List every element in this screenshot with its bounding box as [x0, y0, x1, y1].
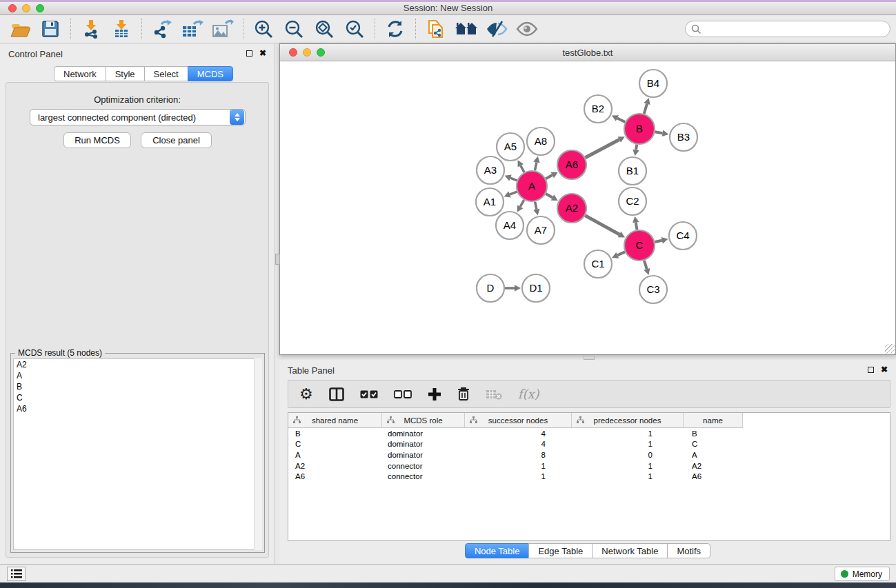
hide-toggle-icon[interactable] [485, 18, 508, 40]
edge-A-A4[interactable] [520, 200, 524, 207]
table-cell[interactable]: A [684, 451, 743, 459]
mcds-list-scrollbar[interactable] [254, 358, 262, 550]
mcds-result-item[interactable]: B [14, 381, 261, 392]
column-header-MCDS-role[interactable]: MCDS role [382, 413, 465, 428]
column-header-shared-name[interactable]: shared name [288, 413, 382, 428]
open-session-icon[interactable] [8, 18, 32, 40]
edge-A-A8[interactable] [535, 162, 537, 170]
tab-edge-table[interactable]: Edge Table [528, 543, 593, 558]
tab-style[interactable]: Style [106, 66, 145, 81]
home-views-icon[interactable] [455, 18, 478, 40]
edge-A6-B[interactable] [585, 139, 619, 157]
table-cell[interactable]: A6 [288, 472, 382, 480]
edge-B-B3[interactable] [655, 132, 663, 133]
table-cell[interactable]: A2 [288, 462, 382, 470]
edge-B-B2[interactable] [617, 118, 625, 122]
table-cell[interactable]: 8 [465, 451, 572, 459]
function-builder-icon[interactable]: f(x) [518, 387, 539, 401]
edge-B-B1[interactable] [636, 145, 637, 150]
table-cell[interactable]: B [684, 429, 743, 438]
table-cell[interactable]: 1 [572, 472, 684, 480]
run-mcds-button[interactable]: Run MCDS [63, 132, 131, 148]
edge-C-C4[interactable] [655, 241, 661, 242]
zoom-in-icon[interactable] [252, 18, 275, 40]
mcds-result-item[interactable]: A6 [14, 403, 261, 414]
tab-node-table[interactable]: Node Table [465, 543, 530, 558]
table-settings-icon[interactable]: ⚙ [299, 387, 313, 401]
table-cell[interactable]: C [684, 440, 743, 448]
float-panel-icon[interactable] [246, 50, 252, 57]
column-header-successor-nodes[interactable]: successor nodes [465, 413, 572, 428]
select-all-columns-icon[interactable] [360, 390, 378, 398]
tab-network[interactable]: Network [54, 66, 106, 81]
mcds-result-item[interactable]: C [14, 392, 261, 403]
save-session-icon[interactable] [39, 18, 62, 40]
table-cell[interactable]: 1 [465, 462, 572, 470]
table-row[interactable]: A6connector11A6 [288, 471, 890, 482]
criterion-select[interactable]: largest connected component (directed) [30, 109, 246, 125]
table-cell[interactable]: dominator [382, 451, 465, 459]
table-cell[interactable]: dominator [382, 440, 465, 448]
edge-A-A1[interactable] [510, 192, 517, 194]
close-panel-button[interactable]: Close panel [141, 132, 212, 148]
split-view-icon[interactable] [329, 387, 344, 401]
task-history-button[interactable] [7, 567, 26, 581]
close-panel-icon[interactable]: ✖ [259, 50, 266, 57]
table-cell[interactable]: A2 [684, 462, 743, 470]
edge-C-C1[interactable] [617, 252, 625, 255]
edge-A-A2[interactable] [546, 194, 552, 197]
table-row[interactable]: Bdominator41B [288, 428, 890, 439]
table-row[interactable]: A2connector11A2 [288, 460, 890, 472]
tab-mcds[interactable]: MCDS [188, 66, 233, 81]
edge-A-A5[interactable] [521, 165, 524, 172]
table-cell[interactable]: A6 [684, 472, 743, 480]
export-image-icon[interactable] [211, 18, 235, 40]
mcds-result-item[interactable]: A2 [14, 359, 261, 370]
mcds-result-list[interactable]: A2ABCA6 [13, 358, 262, 550]
table-cell[interactable]: connector [382, 462, 465, 470]
export-network-icon[interactable] [150, 18, 174, 40]
resize-grip[interactable] [885, 344, 895, 354]
table-close-panel-icon[interactable]: ✖ [881, 366, 888, 373]
edge-C-C3[interactable] [644, 261, 647, 269]
table-cell[interactable]: 1 [465, 472, 572, 480]
import-network-icon[interactable] [79, 18, 103, 40]
table-cell[interactable]: dominator [382, 429, 465, 438]
node-table[interactable]: shared nameMCDS rolesuccessor nodesprede… [288, 412, 890, 541]
table-cell[interactable]: C [288, 440, 382, 448]
add-column-icon[interactable] [428, 387, 441, 401]
edge-A-A7[interactable] [535, 202, 537, 210]
table-cell[interactable]: A [288, 451, 382, 459]
table-cell[interactable]: B [288, 429, 382, 438]
edge-B-B4[interactable] [644, 104, 647, 114]
delete-columns-icon[interactable] [457, 387, 470, 401]
table-row[interactable]: Adominator80A [288, 449, 890, 460]
memory-button[interactable]: Memory [835, 567, 890, 581]
network-canvas[interactable]: AA1A2A3A4A5A6A7A8BB1B2B3B4CC1C2C3C4DD1 [280, 61, 895, 354]
vertical-splitter-handle[interactable] [275, 254, 280, 265]
table-cell[interactable]: 1 [572, 440, 684, 448]
clone-network-icon[interactable] [424, 18, 448, 40]
table-cell[interactable]: connector [382, 472, 465, 480]
column-header-predecessor-nodes[interactable]: predecessor nodes [572, 413, 684, 428]
export-table-icon[interactable] [181, 18, 204, 40]
tab-network-table[interactable]: Network Table [592, 543, 668, 558]
show-all-icon[interactable] [515, 18, 539, 40]
network-window-titlebar[interactable]: testGlobe.txt [280, 44, 895, 61]
edge-A-A3[interactable] [510, 178, 517, 181]
table-cell[interactable]: 4 [465, 429, 572, 438]
zoom-fit-icon[interactable] [312, 18, 336, 40]
refresh-view-icon[interactable] [384, 18, 407, 40]
table-cell[interactable]: 4 [465, 440, 572, 448]
edge-A2-C[interactable] [585, 216, 619, 234]
column-header-name[interactable]: name [684, 413, 743, 428]
zoom-out-icon[interactable] [282, 18, 306, 40]
edge-C-C2[interactable] [636, 223, 637, 230]
search-input[interactable] [685, 21, 890, 37]
tab-select[interactable]: Select [144, 66, 188, 81]
zoom-selected-icon[interactable] [343, 18, 366, 40]
edge-A-A6[interactable] [546, 175, 552, 179]
table-float-panel-icon[interactable] [868, 367, 874, 373]
import-table-icon[interactable] [110, 18, 133, 40]
table-cell[interactable]: 1 [572, 429, 684, 438]
